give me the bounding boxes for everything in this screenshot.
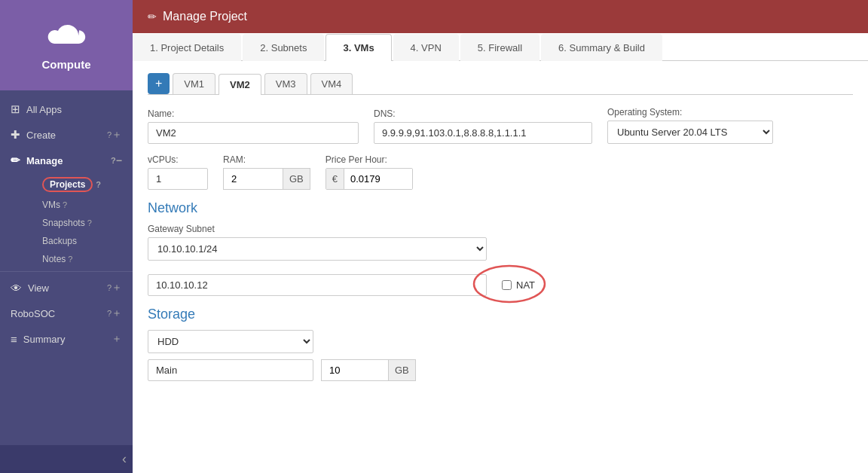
- storage-name-input[interactable]: [148, 359, 313, 381]
- sidebar-all-apps-label: All Apps: [26, 104, 122, 115]
- network-section: Network Gateway Subnet 10.10.10.1/24 192…: [148, 200, 853, 296]
- form-group-name: Name:: [148, 108, 359, 144]
- ram-input[interactable]: [223, 168, 283, 190]
- sidebar-item-vms[interactable]: VMs ?: [21, 196, 133, 214]
- vcpus-label: vCPUs:: [148, 154, 208, 165]
- form-group-ram: RAM: GB: [223, 154, 310, 190]
- create-icon: ✚: [11, 128, 20, 142]
- vms-label: VMs: [42, 200, 60, 210]
- os-label: Operating System:: [607, 107, 773, 117]
- dns-label: DNS:: [374, 108, 592, 119]
- tab-project-details[interactable]: 1. Project Details: [133, 34, 241, 61]
- snapshots-label: Snapshots: [42, 218, 85, 228]
- network-row: 10.10.10.1/24 192.168.1.1/24: [148, 237, 853, 261]
- projects-help-icon[interactable]: ?: [96, 180, 101, 189]
- notes-label: Notes: [42, 254, 66, 264]
- tab-vpn[interactable]: 4. VPN: [393, 34, 459, 61]
- sidebar-item-robosoc[interactable]: RoboSOC ? ＋: [0, 301, 133, 326]
- content-area: + VM1 VM2 VM3 VM4 Name: DNS:: [133, 61, 868, 473]
- sidebar-item-backups[interactable]: Backups: [21, 232, 133, 250]
- add-vm-button[interactable]: +: [148, 73, 170, 94]
- page-title: Manage Project: [163, 10, 247, 23]
- sidebar-item-view[interactable]: 👁 View ? ＋: [0, 275, 133, 301]
- tab-subnets[interactable]: 2. Subnets: [243, 34, 324, 61]
- robosoc-expand-icon[interactable]: ＋: [112, 307, 122, 320]
- tabs-bar: 1. Project Details 2. Subnets 3. VMs 4. …: [133, 33, 868, 61]
- form-group-price: Price Per Hour: €: [326, 154, 413, 190]
- storage-title: Storage: [148, 307, 853, 322]
- projects-circle-label: Projects: [42, 177, 93, 192]
- vm-tab-vm2[interactable]: VM2: [219, 74, 261, 95]
- manage-icon: ✏: [11, 154, 20, 167]
- nat-section: NAT: [148, 274, 853, 296]
- snapshots-help-icon[interactable]: ?: [87, 218, 92, 227]
- vm-tab-vm1[interactable]: VM1: [173, 73, 215, 94]
- sidebar-logo-label: Compute: [42, 58, 91, 71]
- summary-icon: ≡: [11, 333, 17, 346]
- sidebar-item-all-apps[interactable]: ⊞ All Apps: [0, 96, 133, 122]
- gateway-subnet-label: Gateway Subnet: [148, 224, 853, 234]
- tab-vms[interactable]: 3. VMs: [326, 34, 391, 61]
- dns-input[interactable]: [374, 122, 592, 144]
- vm-tab-vm3[interactable]: VM3: [264, 73, 307, 94]
- notes-help-icon[interactable]: ?: [68, 255, 72, 264]
- vm-tab-vm4[interactable]: VM4: [310, 73, 353, 94]
- form-row-vcpus-ram-price: vCPUs: RAM: GB Price Per Hour: €: [148, 154, 853, 190]
- page-header: ✏ Manage Project: [133, 0, 868, 33]
- view-icon: 👁: [11, 282, 22, 294]
- sidebar-item-notes[interactable]: Notes ?: [21, 250, 133, 268]
- ram-row: GB: [223, 168, 310, 190]
- manage-collapse-icon[interactable]: −: [116, 154, 122, 166]
- vms-help-icon[interactable]: ?: [63, 200, 67, 209]
- sidebar-logo: Compute: [0, 0, 133, 90]
- sidebar-view-label: View: [28, 282, 105, 294]
- storage-row: HDD SSD: [148, 330, 853, 353]
- sidebar-manage-label: Manage: [26, 155, 108, 166]
- network-title: Network: [148, 200, 853, 216]
- price-label: Price Per Hour:: [326, 154, 413, 165]
- summary-expand-icon[interactable]: ＋: [112, 332, 122, 346]
- sidebar-robosoc-label: RoboSOC: [11, 308, 105, 319]
- sidebar-item-snapshots[interactable]: Snapshots ?: [21, 214, 133, 232]
- storage-size-field: GB: [321, 359, 416, 381]
- view-expand-icon[interactable]: ＋: [112, 281, 122, 294]
- grid-icon: ⊞: [11, 102, 20, 116]
- nat-text: NAT: [516, 279, 535, 291]
- sidebar-create-label: Create: [26, 130, 105, 141]
- storage-size-input[interactable]: [321, 359, 389, 381]
- nat-checkbox[interactable]: [502, 280, 512, 290]
- tab-summary-build[interactable]: 6. Summary & Build: [541, 34, 662, 61]
- page-header-icon: ✏: [148, 11, 157, 23]
- form-group-gateway: Gateway Subnet 10.10.10.1/24 192.168.1.1…: [148, 224, 853, 267]
- vm-tabs: + VM1 VM2 VM3 VM4: [148, 73, 853, 95]
- storage-unit: GB: [389, 359, 416, 381]
- sidebar: Compute ⊞ All Apps ✚ Create ? ＋ ✏ Manage…: [0, 0, 133, 473]
- sidebar-item-manage[interactable]: ✏ Manage ? −: [0, 148, 133, 173]
- form-row-name-dns-os: Name: DNS: Operating System: Ubuntu Serv…: [148, 107, 853, 144]
- cloud-icon: [46, 23, 87, 52]
- os-select[interactable]: Ubuntu Server 20.04 LTS Ubuntu Server 18…: [607, 121, 773, 144]
- sidebar-manage-subitems: Projects ? VMs ? Snapshots ? Backups Not…: [0, 173, 133, 268]
- storage-type-select[interactable]: HDD SSD: [148, 330, 313, 353]
- create-expand-icon[interactable]: ＋: [112, 128, 122, 142]
- sidebar-item-projects[interactable]: Projects ?: [21, 173, 133, 196]
- price-input[interactable]: [344, 169, 412, 189]
- nat-label[interactable]: NAT: [502, 279, 535, 291]
- form-group-vcpus: vCPUs:: [148, 154, 208, 190]
- tab-firewall[interactable]: 5. Firewall: [460, 34, 539, 61]
- ram-label: RAM:: [223, 154, 310, 165]
- name-input[interactable]: [148, 122, 359, 144]
- price-symbol: €: [326, 169, 344, 189]
- ram-unit: GB: [283, 168, 310, 190]
- sidebar-collapse-button[interactable]: ‹: [0, 445, 133, 473]
- ip-input[interactable]: [148, 274, 487, 296]
- sidebar-item-create[interactable]: ✚ Create ? ＋: [0, 122, 133, 148]
- form-group-os: Operating System: Ubuntu Server 20.04 LT…: [607, 107, 773, 144]
- gateway-subnet-select[interactable]: 10.10.10.1/24 192.168.1.1/24: [148, 237, 487, 261]
- sidebar-item-summary[interactable]: ≡ Summary ＋: [0, 326, 133, 352]
- sidebar-summary-label: Summary: [23, 334, 112, 345]
- manage-help-icon[interactable]: ?: [111, 156, 116, 165]
- price-field: €: [326, 168, 413, 190]
- vcpus-input[interactable]: [148, 168, 208, 190]
- main-content: ✏ Manage Project 1. Project Details 2. S…: [133, 0, 868, 473]
